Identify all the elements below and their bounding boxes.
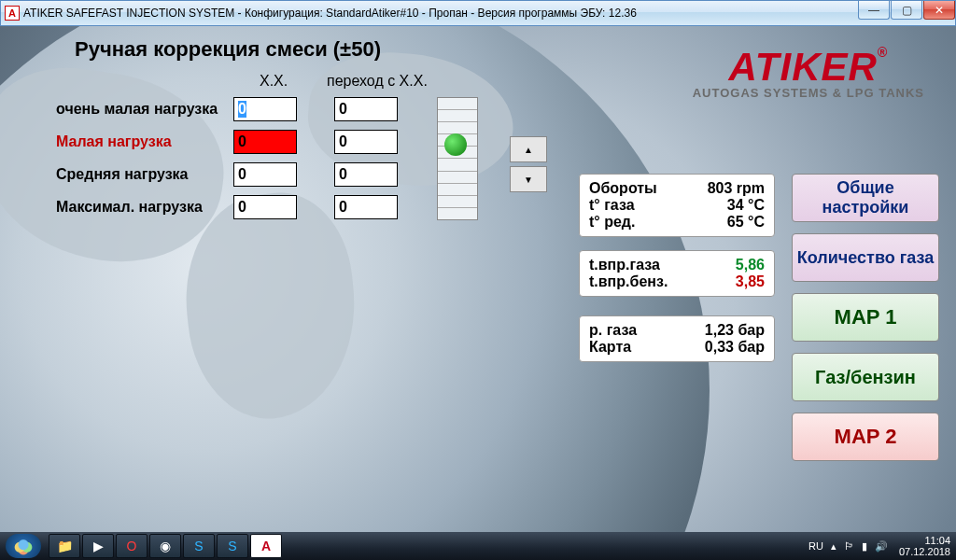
input-very-low-xx[interactable] xyxy=(233,97,297,121)
tig-value: 5,86 xyxy=(736,257,765,273)
input-mid-xx2-field[interactable] xyxy=(339,165,393,184)
taskbar-skype1-icon[interactable]: S xyxy=(183,534,215,558)
taskbar-clock[interactable]: 11:04 07.12.2018 xyxy=(899,535,950,557)
brand-reg: ® xyxy=(878,45,888,60)
tray-volume-icon[interactable]: 🔊 xyxy=(875,540,888,553)
level-indicator xyxy=(437,97,478,220)
input-mid-xx-field[interactable] xyxy=(238,165,292,184)
nav-map2[interactable]: MAP 2 xyxy=(792,413,939,461)
tred-value: 65 °C xyxy=(727,214,765,231)
input-low-xx2[interactable] xyxy=(334,130,398,154)
input-max-xx[interactable] xyxy=(233,195,297,219)
tib-label: t.впр.бенз. xyxy=(589,273,668,290)
row-label-low: Малая нагрузка xyxy=(56,133,172,150)
input-very-low-xx-field[interactable] xyxy=(238,100,292,119)
page-title: Ручная коррекция смеси (±50) xyxy=(75,37,381,62)
panel-injection: t.впр.газа5,86 t.впр.бенз.3,85 xyxy=(579,250,775,297)
level-knob[interactable] xyxy=(444,133,467,156)
row-label-max: Максимал. нагрузка xyxy=(56,199,203,216)
row-label-mid: Средняя нагрузка xyxy=(56,166,189,183)
brand-subtitle: AUTOGAS SYSTEMS & LPG TANKS xyxy=(693,86,924,100)
start-button[interactable] xyxy=(6,534,41,558)
system-tray: RU ▴ 🏳 ▮ 🔊 xyxy=(808,540,888,553)
input-low-xx-field[interactable] xyxy=(238,133,292,151)
minimize-button[interactable]: — xyxy=(858,1,890,20)
nav-gas-amount[interactable]: Количество газа xyxy=(792,233,939,282)
input-very-low-xx2-field[interactable] xyxy=(339,100,393,119)
taskbar-opera-icon[interactable]: O xyxy=(116,534,148,558)
taskbar-time: 11:04 xyxy=(899,535,950,546)
tib-value: 3,85 xyxy=(736,273,765,290)
spin-up-button[interactable]: ▲ xyxy=(510,136,547,162)
column-header-from-xx: переход с Х.Х. xyxy=(327,73,428,90)
taskbar-skype2-icon[interactable]: S xyxy=(217,534,248,558)
tray-lang[interactable]: RU xyxy=(808,540,823,552)
nav-map1[interactable]: MAP 1 xyxy=(792,293,939,342)
tray-flag-icon[interactable]: 🏳 xyxy=(844,540,854,552)
input-max-xx-field[interactable] xyxy=(238,198,292,217)
rpm-value: 803 rpm xyxy=(708,180,765,197)
brand-logo: ATIKER® AUTOGAS SYSTEMS & LPG TANKS xyxy=(693,45,924,100)
taskbar-media-icon[interactable]: ▶ xyxy=(82,534,114,558)
pgas-label: р. газа xyxy=(589,322,637,339)
taskbar-chrome-icon[interactable]: ◉ xyxy=(149,534,181,558)
tig-label: t.впр.газа xyxy=(589,257,660,273)
input-very-low-xx2[interactable] xyxy=(334,97,398,121)
taskbar-date: 07.12.2018 xyxy=(899,546,950,557)
tray-battery-icon[interactable]: ▮ xyxy=(862,540,867,553)
spin-down-button[interactable]: ▼ xyxy=(510,166,547,192)
taskbar: 📁 ▶ O ◉ S S A RU ▴ 🏳 ▮ 🔊 11:04 07.12.201… xyxy=(0,532,956,560)
map-label: Карта xyxy=(589,339,631,356)
app-icon: A xyxy=(5,6,20,21)
input-low-xx2-field[interactable] xyxy=(339,133,393,151)
pgas-value: 1,23 бар xyxy=(705,322,765,339)
tgas-label: t° газа xyxy=(589,197,635,214)
taskbar-atiker-icon[interactable]: A xyxy=(250,534,282,558)
tray-chevron-icon[interactable]: ▴ xyxy=(831,540,836,553)
window-title: ATIKER SAFEFAST INJECTION SYSTEM - Конфи… xyxy=(23,7,955,20)
nav-gas-petrol[interactable]: Газ/бензин xyxy=(792,353,939,401)
panel-pressure: р. газа1,23 бар Карта0,33 бар xyxy=(579,315,775,362)
rpm-label: Обороты xyxy=(589,180,657,197)
tred-label: t° ред. xyxy=(589,214,635,231)
input-max-xx2[interactable] xyxy=(334,195,398,219)
brand-name: ATIKER xyxy=(729,45,878,89)
input-low-xx[interactable] xyxy=(233,130,297,154)
input-mid-xx2[interactable] xyxy=(334,162,398,187)
taskbar-explorer-icon[interactable]: 📁 xyxy=(49,534,80,558)
tgas-value: 34 °C xyxy=(727,197,765,214)
nav-general-settings[interactable]: Общие настройки xyxy=(792,174,939,222)
input-max-xx2-field[interactable] xyxy=(339,198,393,217)
close-button[interactable]: ✕ xyxy=(923,1,955,20)
maximize-button[interactable]: ▢ xyxy=(891,1,922,20)
client-area: Ручная коррекция смеси (±50) Х.Х. перехо… xyxy=(0,26,956,532)
window-titlebar: A ATIKER SAFEFAST INJECTION SYSTEM - Кон… xyxy=(0,0,956,26)
panel-engine: Обороты803 rpm t° газа34 °C t° ред.65 °C xyxy=(579,174,775,237)
map-value: 0,33 бар xyxy=(705,339,765,356)
input-mid-xx[interactable] xyxy=(233,162,297,187)
row-label-very-low: очень малая нагрузка xyxy=(56,101,218,118)
column-header-xx: Х.Х. xyxy=(260,73,288,90)
